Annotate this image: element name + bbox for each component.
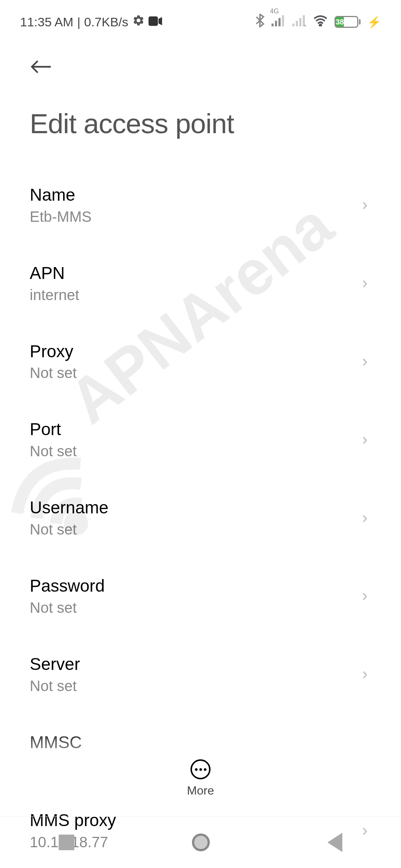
status-left: 11:35 AM | 0.7KB/s: [20, 14, 163, 30]
wifi-icon: [313, 14, 328, 29]
svg-rect-4: [282, 15, 284, 26]
setting-apn[interactable]: APN internet ›: [30, 244, 371, 322]
svg-rect-7: [299, 18, 301, 26]
chevron-right-icon: ›: [362, 195, 368, 214]
setting-label: Server: [30, 653, 362, 675]
svg-rect-6: [296, 21, 298, 26]
navigation-bar: [0, 816, 401, 868]
setting-value: Not set: [30, 599, 362, 616]
svg-rect-1: [271, 23, 274, 26]
status-time: 11:35 AM: [20, 15, 74, 29]
setting-name[interactable]: Name Etb-MMS ›: [30, 165, 371, 244]
more-icon: [190, 759, 211, 779]
svg-rect-3: [278, 18, 281, 26]
status-speed: 0.7KB/s: [84, 15, 128, 29]
setting-value: internet: [30, 287, 362, 303]
bluetooth-icon: [255, 13, 265, 30]
battery-icon: 38: [335, 16, 361, 28]
camera-icon: [149, 15, 163, 29]
bottom-toolbar: More: [0, 748, 401, 809]
setting-label: Password: [30, 575, 362, 597]
setting-server[interactable]: Server Not set ›: [30, 635, 371, 713]
setting-username[interactable]: Username Not set ›: [30, 478, 371, 556]
setting-label: Name: [30, 184, 362, 206]
back-button[interactable]: [30, 56, 52, 78]
setting-label: Username: [30, 497, 362, 519]
setting-value: Not set: [30, 443, 362, 460]
setting-port[interactable]: Port Not set ›: [30, 400, 371, 478]
page-title: Edit access point: [30, 108, 371, 139]
svg-rect-0: [149, 16, 158, 26]
chevron-right-icon: ›: [362, 352, 368, 370]
svg-rect-5: [292, 23, 294, 26]
setting-value: Not set: [30, 678, 362, 694]
charging-icon: ⚡: [367, 16, 381, 29]
svg-rect-2: [275, 21, 277, 26]
nav-back-icon[interactable]: [327, 833, 342, 852]
header: Edit access point: [0, 37, 401, 143]
setting-password[interactable]: Password Not set ›: [30, 556, 371, 635]
nav-recent-icon[interactable]: [59, 835, 74, 850]
status-bar: 11:35 AM | 0.7KB/s 4G ✕ 38 ⚡: [0, 0, 401, 37]
signal-2-icon: ✕: [292, 15, 306, 29]
chevron-right-icon: ›: [362, 664, 368, 683]
setting-value: Etb-MMS: [30, 208, 362, 225]
more-label: More: [187, 784, 214, 798]
setting-label: APN: [30, 262, 362, 285]
svg-point-10: [320, 24, 322, 26]
setting-value: Not set: [30, 365, 362, 381]
chevron-right-icon: ›: [362, 508, 368, 527]
svg-text:✕: ✕: [303, 23, 306, 26]
setting-proxy[interactable]: Proxy Not set ›: [30, 322, 371, 400]
setting-label: Proxy: [30, 341, 362, 363]
setting-value: Not set: [30, 521, 362, 538]
setting-label: Port: [30, 418, 362, 441]
chevron-right-icon: ›: [362, 586, 368, 605]
settings-icon: [132, 14, 145, 30]
status-right: 4G ✕ 38 ⚡: [255, 13, 381, 30]
more-button[interactable]: More: [187, 759, 214, 798]
chevron-right-icon: ›: [362, 430, 368, 448]
nav-home-icon[interactable]: [192, 834, 210, 851]
chevron-right-icon: ›: [362, 273, 368, 292]
signal-1-icon: 4G: [271, 15, 286, 29]
